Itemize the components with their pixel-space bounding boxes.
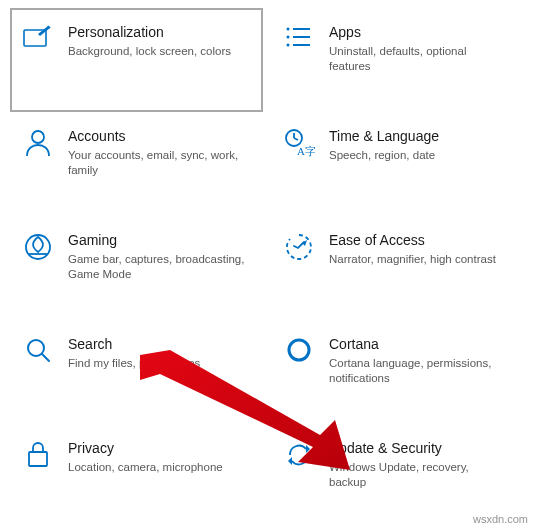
- cortana-icon: [279, 334, 319, 364]
- svg-line-18: [42, 354, 49, 361]
- category-title: Time & Language: [329, 126, 516, 146]
- category-text: Cortana Cortana language, permissions, n…: [319, 334, 516, 386]
- category-title: Gaming: [68, 230, 255, 250]
- category-desc: Game bar, captures, broadcasting, Game M…: [68, 252, 248, 282]
- update-security-icon: [279, 438, 319, 470]
- category-title: Search: [68, 334, 255, 354]
- category-title: Accounts: [68, 126, 255, 146]
- settings-category-grid: Personalization Background, lock screen,…: [0, 0, 534, 528]
- category-search[interactable]: Search Find my files, permissions: [10, 320, 263, 424]
- category-desc: Background, lock screen, colors: [68, 44, 248, 59]
- category-desc: Speech, region, date: [329, 148, 509, 163]
- privacy-icon: [18, 438, 58, 470]
- svg-text:A: A: [297, 145, 305, 157]
- category-gaming[interactable]: Gaming Game bar, captures, broadcasting,…: [10, 216, 263, 320]
- svg-line-11: [294, 138, 298, 140]
- category-cortana[interactable]: Cortana Cortana language, permissions, n…: [271, 320, 524, 424]
- category-text: Personalization Background, lock screen,…: [58, 22, 255, 59]
- category-accounts[interactable]: Accounts Your accounts, email, sync, wor…: [10, 112, 263, 216]
- category-ease-of-access[interactable]: Ease of Access Narrator, magnifier, high…: [271, 216, 524, 320]
- personalization-icon: [18, 22, 58, 52]
- category-desc: Location, camera, microphone: [68, 460, 248, 475]
- category-time-language[interactable]: A 字 Time & Language Speech, region, date: [271, 112, 524, 216]
- category-title: Cortana: [329, 334, 516, 354]
- watermark: wsxdn.com: [473, 513, 528, 525]
- svg-marker-16: [302, 240, 307, 246]
- category-desc: Narrator, magnifier, high contrast: [329, 252, 509, 267]
- svg-text:字: 字: [305, 145, 315, 157]
- category-personalization[interactable]: Personalization Background, lock screen,…: [10, 8, 263, 112]
- ease-of-access-icon: [279, 230, 319, 262]
- category-text: Update & Security Windows Update, recove…: [319, 438, 516, 490]
- category-title: Apps: [329, 22, 516, 42]
- category-desc: Cortana language, permissions, notificat…: [329, 356, 509, 386]
- category-text: Time & Language Speech, region, date: [319, 126, 516, 163]
- category-desc: Windows Update, recovery, backup: [329, 460, 509, 490]
- search-icon: [18, 334, 58, 364]
- svg-rect-20: [29, 452, 47, 466]
- category-text: Ease of Access Narrator, magnifier, high…: [319, 230, 516, 267]
- category-text: Accounts Your accounts, email, sync, wor…: [58, 126, 255, 178]
- svg-marker-22: [288, 457, 292, 465]
- apps-icon: [279, 22, 319, 50]
- category-text: Gaming Game bar, captures, broadcasting,…: [58, 230, 255, 282]
- category-desc: Uninstall, defaults, optional features: [329, 44, 509, 74]
- category-privacy[interactable]: Privacy Location, camera, microphone: [10, 424, 263, 528]
- svg-marker-21: [306, 445, 310, 453]
- gaming-icon: [18, 230, 58, 262]
- category-title: Update & Security: [329, 438, 516, 458]
- category-title: Privacy: [68, 438, 255, 458]
- svg-point-19: [289, 340, 309, 360]
- svg-point-14: [26, 235, 50, 259]
- accounts-icon: [18, 126, 58, 158]
- category-title: Ease of Access: [329, 230, 516, 250]
- category-apps[interactable]: Apps Uninstall, defaults, optional featu…: [271, 8, 524, 112]
- category-title: Personalization: [68, 22, 255, 42]
- category-text: Privacy Location, camera, microphone: [58, 438, 255, 475]
- category-text: Search Find my files, permissions: [58, 334, 255, 371]
- svg-point-8: [32, 131, 44, 143]
- category-text: Apps Uninstall, defaults, optional featu…: [319, 22, 516, 74]
- category-desc: Your accounts, email, sync, work, family: [68, 148, 248, 178]
- time-language-icon: A 字: [279, 126, 319, 158]
- category-desc: Find my files, permissions: [68, 356, 248, 371]
